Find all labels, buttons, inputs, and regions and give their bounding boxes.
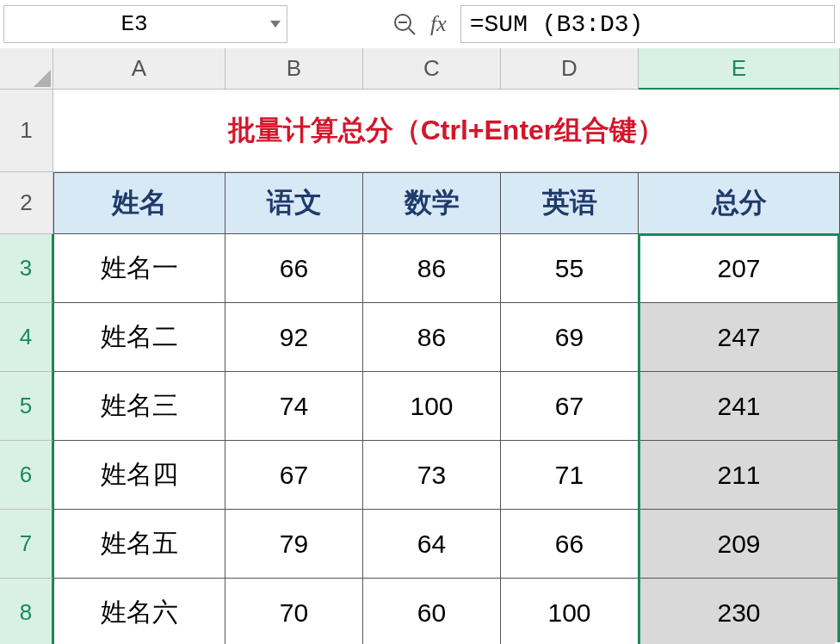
row-header-1[interactable]: 1 xyxy=(0,90,53,172)
cell-E7[interactable]: 209 xyxy=(639,510,840,579)
fx-icon[interactable]: fx xyxy=(427,11,452,37)
row-header-6[interactable]: 6 xyxy=(0,441,53,510)
cell-D7[interactable]: 66 xyxy=(501,510,639,579)
cell-E3[interactable]: 207 xyxy=(639,234,840,303)
cells-area[interactable]: 批量计算总分（Ctrl+Enter组合键） 姓名 语文 数学 英语 总分 姓名一… xyxy=(53,90,840,644)
spreadsheet-grid: 1 2 3 4 5 6 7 8 A B C D E 批量计算总分（Ctrl+En… xyxy=(0,48,840,644)
cell-D4[interactable]: 69 xyxy=(501,303,639,372)
cell-D6[interactable]: 71 xyxy=(501,441,639,510)
cell-A7[interactable]: 姓名五 xyxy=(53,510,225,579)
cell-A5[interactable]: 姓名三 xyxy=(53,372,225,441)
cell-D3[interactable]: 55 xyxy=(501,234,639,303)
cell-C5[interactable]: 100 xyxy=(363,372,501,441)
col-header-C[interactable]: C xyxy=(363,48,501,90)
name-box-dropdown[interactable] xyxy=(264,6,287,42)
cell-E5[interactable]: 241 xyxy=(639,372,840,441)
svg-marker-0 xyxy=(270,21,281,28)
cell-E4[interactable]: 247 xyxy=(639,303,840,372)
cell-header-chinese[interactable]: 语文 xyxy=(225,172,363,234)
cell-C8[interactable]: 60 xyxy=(363,579,501,644)
row-header-8[interactable]: 8 xyxy=(0,579,53,644)
col-header-D[interactable]: D xyxy=(501,48,639,90)
name-box[interactable]: E3 xyxy=(3,5,287,43)
zoom-icon[interactable] xyxy=(391,10,418,38)
formula-bar[interactable]: =SUM (B3:D3) xyxy=(460,5,835,43)
cell-C4[interactable]: 86 xyxy=(363,303,501,372)
name-box-value: E3 xyxy=(4,11,264,37)
col-header-A[interactable]: A xyxy=(53,48,225,90)
row-header-4[interactable]: 4 xyxy=(0,303,53,372)
svg-marker-4 xyxy=(34,70,51,87)
cell-A6[interactable]: 姓名四 xyxy=(53,441,225,510)
cell-B7[interactable]: 79 xyxy=(225,510,363,579)
cell-E8[interactable]: 230 xyxy=(639,579,840,644)
cell-C3[interactable]: 86 xyxy=(363,234,501,303)
cell-D8[interactable]: 100 xyxy=(501,579,639,644)
formula-toolbar: E3 fx =SUM (B3:D3) xyxy=(0,0,840,48)
cell-header-name[interactable]: 姓名 xyxy=(53,172,225,234)
svg-line-2 xyxy=(409,28,415,34)
cell-B8[interactable]: 70 xyxy=(225,579,363,644)
cell-C7[interactable]: 64 xyxy=(363,510,501,579)
col-header-B[interactable]: B xyxy=(225,48,363,90)
cell-header-math[interactable]: 数学 xyxy=(363,172,501,234)
cell-E6[interactable]: 211 xyxy=(639,441,840,510)
cell-B5[interactable]: 74 xyxy=(225,372,363,441)
row-header-7[interactable]: 7 xyxy=(0,510,53,579)
cell-A4[interactable]: 姓名二 xyxy=(53,303,225,372)
cell-header-english[interactable]: 英语 xyxy=(501,172,639,234)
select-all-corner[interactable] xyxy=(0,48,53,90)
cell-B3[interactable]: 66 xyxy=(225,234,363,303)
formula-bar-value: =SUM (B3:D3) xyxy=(470,11,644,38)
col-header-E[interactable]: E xyxy=(639,48,840,90)
cell-A8[interactable]: 姓名六 xyxy=(53,579,225,644)
cell-C6[interactable]: 73 xyxy=(363,441,501,510)
cell-B4[interactable]: 92 xyxy=(225,303,363,372)
cell-title[interactable]: 批量计算总分（Ctrl+Enter组合键） xyxy=(53,90,840,172)
cell-A3[interactable]: 姓名一 xyxy=(53,234,225,303)
row-header-3[interactable]: 3 xyxy=(0,234,53,303)
cell-B6[interactable]: 67 xyxy=(225,441,363,510)
cell-header-total[interactable]: 总分 xyxy=(639,172,840,234)
row-header-5[interactable]: 5 xyxy=(0,372,53,441)
cell-D5[interactable]: 67 xyxy=(501,372,639,441)
row-header-2[interactable]: 2 xyxy=(0,172,53,234)
